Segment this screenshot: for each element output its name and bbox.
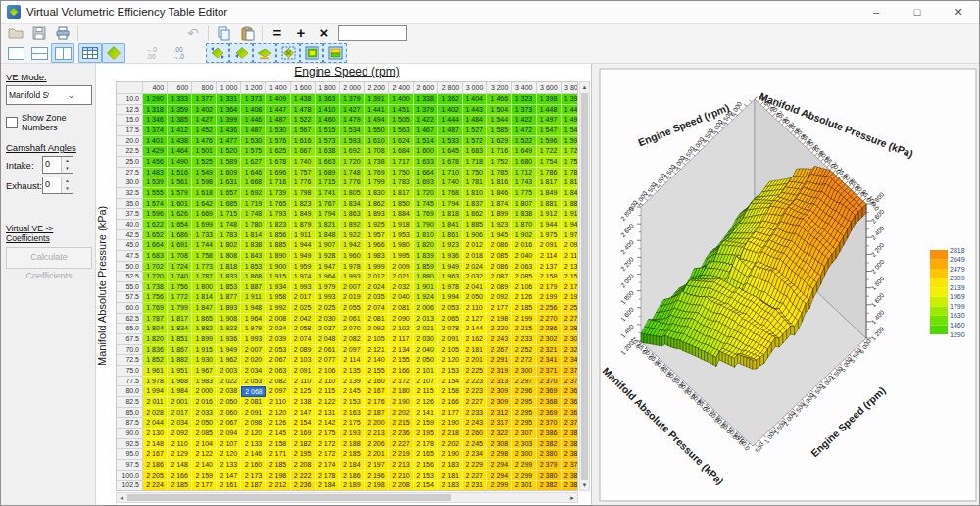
table-cell[interactable]: 1 817 xyxy=(168,314,192,325)
table-cell[interactable]: 2 021 xyxy=(389,272,414,282)
table-cell[interactable]: 1 810 xyxy=(414,230,438,241)
table-cell[interactable]: 2 369 xyxy=(562,386,578,397)
table-cell[interactable]: 1 740 xyxy=(291,157,316,168)
table-cell[interactable]: 2 133 xyxy=(241,439,266,450)
table-cell[interactable]: 2 286 xyxy=(537,324,562,334)
table-cell[interactable]: 2 081 xyxy=(365,314,389,325)
table-cell[interactable]: 1 722 xyxy=(562,146,578,157)
table-cell[interactable]: 1 861 xyxy=(438,230,463,241)
table-cell[interactable]: 2 141 xyxy=(414,408,438,419)
table-cell[interactable]: 1 398 xyxy=(562,94,578,105)
table-cell[interactable]: 1 702 xyxy=(143,262,168,273)
chart-2d-grid-button[interactable] xyxy=(300,43,323,63)
table-cell[interactable]: 2 092 xyxy=(365,324,389,334)
table-cell[interactable]: 2 144 xyxy=(463,324,487,334)
table-cell[interactable]: 2 153 xyxy=(340,397,365,408)
table-cell[interactable]: 2 142 xyxy=(316,418,340,429)
table-cell[interactable]: 1 400 xyxy=(389,94,414,105)
table-cell[interactable]: 1 740 xyxy=(168,272,192,282)
table-cell[interactable]: 1 323 xyxy=(512,94,536,105)
table-cell[interactable]: 2 369 xyxy=(537,408,562,419)
table-cell[interactable]: 2 156 xyxy=(414,460,438,471)
table-cell[interactable]: 2 202 xyxy=(389,408,414,419)
table-cell[interactable]: 1 444 xyxy=(438,115,463,126)
title-bar[interactable]: Virtual Volumetric Efficiency Table Edit… xyxy=(1,1,979,24)
table-cell[interactable]: 2 065 xyxy=(438,314,463,325)
view-table-button[interactable] xyxy=(78,43,102,63)
increase-decimals-button[interactable]: .00→.0 xyxy=(165,43,192,63)
table-cell[interactable]: 2 154 xyxy=(291,418,316,429)
table-cell[interactable]: 2 060 xyxy=(217,408,241,419)
table-cell[interactable]: 1 960 xyxy=(340,251,365,262)
table-cell[interactable]: 2 105 xyxy=(365,334,389,345)
table-cell[interactable]: 1 633 xyxy=(414,157,438,168)
table-cell[interactable]: 1 601 xyxy=(168,199,192,210)
horizontal-scrollbar[interactable]: ◄ ► xyxy=(116,492,578,503)
table-cell[interactable]: 1 573 xyxy=(316,136,340,147)
table-cell[interactable]: 1 839 xyxy=(414,251,438,262)
table-cell[interactable]: 2 097 xyxy=(340,345,365,356)
table-cell[interactable]: 1 596 xyxy=(537,136,562,147)
table-cell[interactable]: 2 025 xyxy=(291,303,316,314)
table-cell[interactable]: 1 652 xyxy=(143,230,168,241)
table-cell[interactable]: 2 162 xyxy=(463,334,487,345)
table-cell[interactable]: 1 654 xyxy=(168,220,192,230)
table-cell[interactable]: 2 185 xyxy=(512,303,536,314)
table-cell[interactable]: 1 923 xyxy=(438,240,463,251)
table-cell[interactable]: 2 308 xyxy=(487,439,512,450)
table-cell[interactable]: 2 061 xyxy=(316,345,340,356)
table-cell[interactable]: 1 663 xyxy=(316,157,340,168)
table-cell[interactable]: 2 380 xyxy=(537,449,562,460)
table-cell[interactable]: 1 610 xyxy=(365,136,389,147)
table-cell[interactable]: 1 438 xyxy=(291,94,316,105)
table-cell[interactable]: 1 758 xyxy=(192,251,217,262)
chart-tilt-button[interactable] xyxy=(253,43,276,63)
table-cell[interactable]: 1 626 xyxy=(168,209,192,220)
table-cell[interactable]: 2 243 xyxy=(463,418,487,429)
table-cell[interactable]: 1 692 xyxy=(241,188,266,199)
table-cell[interactable]: 1 776 xyxy=(291,177,316,188)
table-cell[interactable]: 2 103 xyxy=(291,355,316,366)
table-cell[interactable]: 1 843 xyxy=(241,251,266,262)
table-cell[interactable]: 1 460 xyxy=(316,115,340,126)
table-cell[interactable]: 1 743 xyxy=(512,177,536,188)
table-cell[interactable]: 1 893 xyxy=(217,303,241,314)
table-cell[interactable]: 1 841 xyxy=(438,220,463,230)
table-cell[interactable]: 1 738 xyxy=(143,282,168,293)
table-cell[interactable]: 1 497 xyxy=(562,115,578,126)
table-cell[interactable]: 1 596 xyxy=(562,136,578,147)
table-cell[interactable]: 2 185 xyxy=(168,481,192,491)
column-header[interactable]: 3 200 xyxy=(487,82,512,94)
table-cell[interactable]: 2 218 xyxy=(438,429,463,439)
table-cell[interactable]: 2 190 xyxy=(438,418,463,429)
table-cell[interactable]: 1 899 xyxy=(192,334,217,345)
table-cell[interactable]: 2 198 xyxy=(365,481,389,491)
table-cell[interactable]: 1 401 xyxy=(143,136,168,147)
table-cell[interactable]: 1 549 xyxy=(192,168,217,178)
table-cell[interactable]: 1 772 xyxy=(168,292,192,303)
table-cell[interactable]: 1 719 xyxy=(241,199,266,210)
table-cell[interactable]: 1 487 xyxy=(241,126,266,136)
table-cell[interactable]: 1 947 xyxy=(316,262,340,273)
row-header[interactable]: 37.5 xyxy=(117,209,143,220)
row-header[interactable]: 30.0 xyxy=(117,177,143,188)
table-cell[interactable]: 1 443 xyxy=(463,105,487,116)
view-single-pane-button[interactable] xyxy=(4,43,27,63)
table-cell[interactable]: 2 208 xyxy=(291,460,316,471)
column-header[interactable]: 2 800 xyxy=(438,82,463,94)
table-cell[interactable]: 2 299 xyxy=(512,471,536,481)
table-cell[interactable]: 1 391 xyxy=(365,94,389,105)
table-cell[interactable]: 1 477 xyxy=(217,136,241,147)
column-header[interactable]: 1 000 xyxy=(217,82,241,94)
table-cell[interactable]: 1 821 xyxy=(316,220,340,230)
table-cell[interactable]: 1 911 xyxy=(241,292,266,303)
table-cell[interactable]: 1 567 xyxy=(291,126,316,136)
table-cell[interactable]: 2 028 xyxy=(143,408,168,419)
maximize-button[interactable]: □ xyxy=(897,1,938,23)
table-cell[interactable]: 1 318 xyxy=(143,105,168,116)
table-cell[interactable]: 2 085 xyxy=(192,429,217,439)
table-cell[interactable]: 2 024 xyxy=(463,262,487,273)
table-cell[interactable]: 2 382 xyxy=(537,481,562,491)
table-cell[interactable]: 2 033 xyxy=(192,408,217,419)
table-cell[interactable]: 2 302 xyxy=(537,334,562,345)
